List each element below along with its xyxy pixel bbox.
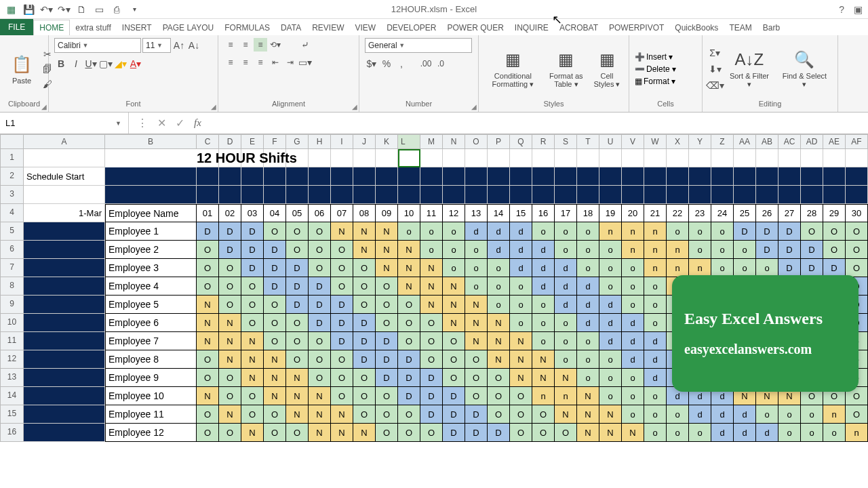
cell[interactable]: n bbox=[644, 241, 667, 259]
col-header[interactable]: R bbox=[532, 134, 555, 149]
cell[interactable]: O bbox=[555, 424, 577, 442]
clear-icon[interactable]: ⌫▾ bbox=[708, 79, 722, 92]
cell[interactable]: O bbox=[532, 424, 555, 442]
cell[interactable]: o bbox=[577, 369, 599, 387]
cell[interactable]: N bbox=[577, 387, 599, 405]
cell[interactable]: D bbox=[241, 222, 264, 241]
cell[interactable]: O bbox=[443, 332, 465, 350]
cell[interactable]: d bbox=[510, 241, 532, 259]
cell[interactable] bbox=[801, 186, 823, 204]
cell[interactable]: D bbox=[398, 369, 420, 387]
cell[interactable]: N bbox=[219, 350, 241, 369]
increase-font-icon[interactable]: A↑ bbox=[172, 39, 186, 52]
cell[interactable]: o bbox=[555, 241, 577, 259]
cell[interactable]: N bbox=[488, 314, 510, 332]
cell[interactable]: O bbox=[309, 350, 331, 369]
cell[interactable] bbox=[532, 167, 555, 186]
cell-styles-button[interactable]: ▦Cell Styles ▾ bbox=[591, 46, 623, 92]
cell[interactable]: D bbox=[465, 424, 488, 442]
row-header[interactable]: 13 bbox=[0, 369, 24, 387]
cell[interactable] bbox=[331, 167, 353, 186]
cell[interactable]: D bbox=[353, 332, 376, 350]
orientation-icon[interactable]: ⟲▾ bbox=[269, 38, 282, 52]
cell[interactable]: N bbox=[331, 405, 353, 424]
tab-insert[interactable]: INSERT bbox=[117, 20, 157, 35]
cell[interactable]: 10 bbox=[398, 204, 420, 222]
cell[interactable] bbox=[689, 167, 711, 186]
cell[interactable]: O bbox=[197, 259, 219, 277]
insert-button[interactable]: ➕ Insert ▾ bbox=[635, 52, 676, 62]
cell[interactable]: 28 bbox=[801, 204, 823, 222]
name-box[interactable]: ▼ bbox=[0, 113, 129, 134]
cell[interactable]: o bbox=[510, 314, 532, 332]
cell[interactable] bbox=[219, 167, 241, 186]
cell[interactable]: o bbox=[599, 241, 622, 259]
cell[interactable]: n bbox=[599, 222, 622, 241]
cell[interactable]: N bbox=[264, 369, 286, 387]
col-header[interactable]: S bbox=[555, 134, 577, 149]
cell[interactable]: N bbox=[443, 296, 465, 314]
tab-page-layou[interactable]: PAGE LAYOU bbox=[157, 20, 220, 35]
cell[interactable]: o bbox=[488, 296, 510, 314]
cell[interactable]: N bbox=[309, 405, 331, 424]
cell[interactable]: N bbox=[488, 332, 510, 350]
cell[interactable]: d bbox=[488, 241, 510, 259]
cell[interactable]: D bbox=[488, 424, 510, 442]
cell[interactable] bbox=[667, 186, 689, 204]
row-header[interactable]: 3 bbox=[0, 186, 24, 204]
cell[interactable] bbox=[24, 350, 105, 369]
format-as-table-button[interactable]: ▦Format as Table ▾ bbox=[545, 46, 588, 92]
cell[interactable]: o bbox=[689, 424, 711, 442]
cell[interactable] bbox=[756, 167, 778, 186]
cell[interactable]: O bbox=[465, 387, 488, 405]
row-header[interactable]: 2 bbox=[0, 167, 24, 186]
cell[interactable]: d bbox=[555, 259, 577, 277]
cell[interactable]: O bbox=[823, 222, 846, 241]
cell[interactable]: N bbox=[510, 369, 532, 387]
cell[interactable]: o bbox=[823, 424, 846, 442]
tab-formulas[interactable]: FORMULAS bbox=[219, 20, 275, 35]
cell[interactable]: N bbox=[488, 350, 510, 369]
cell[interactable]: o bbox=[577, 222, 599, 241]
cell[interactable]: O bbox=[353, 296, 376, 314]
cell[interactable]: o bbox=[778, 424, 801, 442]
cell[interactable] bbox=[622, 149, 644, 167]
cell[interactable]: d bbox=[622, 332, 644, 350]
save-icon[interactable]: 💾 bbox=[23, 4, 34, 15]
cell[interactable]: O bbox=[264, 424, 286, 442]
cell[interactable] bbox=[510, 186, 532, 204]
cell[interactable]: 22 bbox=[667, 204, 689, 222]
cell[interactable]: D bbox=[756, 241, 778, 259]
decrease-decimal-icon[interactable]: .0 bbox=[434, 57, 448, 70]
cell[interactable]: d bbox=[644, 350, 667, 369]
cell[interactable]: N bbox=[353, 222, 376, 241]
tab-quickbooks[interactable]: QuickBooks bbox=[669, 20, 724, 35]
sort-filter-button[interactable]: A↓ZSort & Filter ▾ bbox=[724, 46, 774, 92]
print-icon[interactable]: ⎙ bbox=[111, 4, 122, 15]
number-format-select[interactable]: General▼ bbox=[365, 38, 472, 53]
cell[interactable]: O bbox=[376, 296, 398, 314]
col-header[interactable]: L bbox=[398, 134, 420, 149]
cell[interactable]: O bbox=[331, 369, 353, 387]
cell[interactable] bbox=[420, 167, 443, 186]
cell[interactable] bbox=[734, 167, 756, 186]
cell[interactable] bbox=[105, 186, 197, 204]
row-header[interactable]: 14 bbox=[0, 387, 24, 405]
cell[interactable]: o bbox=[689, 241, 711, 259]
cell[interactable]: 25 bbox=[734, 204, 756, 222]
cell[interactable]: O bbox=[353, 387, 376, 405]
tab-data[interactable]: DATA bbox=[275, 20, 307, 35]
cell[interactable]: 11 bbox=[420, 204, 443, 222]
dialog-launcher-icon[interactable]: ◢ bbox=[41, 103, 47, 110]
cell[interactable] bbox=[24, 405, 105, 424]
cell[interactable]: o bbox=[689, 222, 711, 241]
cell[interactable] bbox=[488, 186, 510, 204]
cell[interactable]: d bbox=[577, 314, 599, 332]
align-left-icon[interactable]: ≡ bbox=[224, 56, 237, 69]
cell[interactable]: N bbox=[219, 332, 241, 350]
cell[interactable]: o bbox=[756, 259, 778, 277]
cell[interactable]: O bbox=[420, 314, 443, 332]
col-header[interactable]: T bbox=[577, 134, 599, 149]
undo-icon[interactable]: ↶▾ bbox=[41, 4, 52, 15]
cell[interactable]: n bbox=[644, 259, 667, 277]
